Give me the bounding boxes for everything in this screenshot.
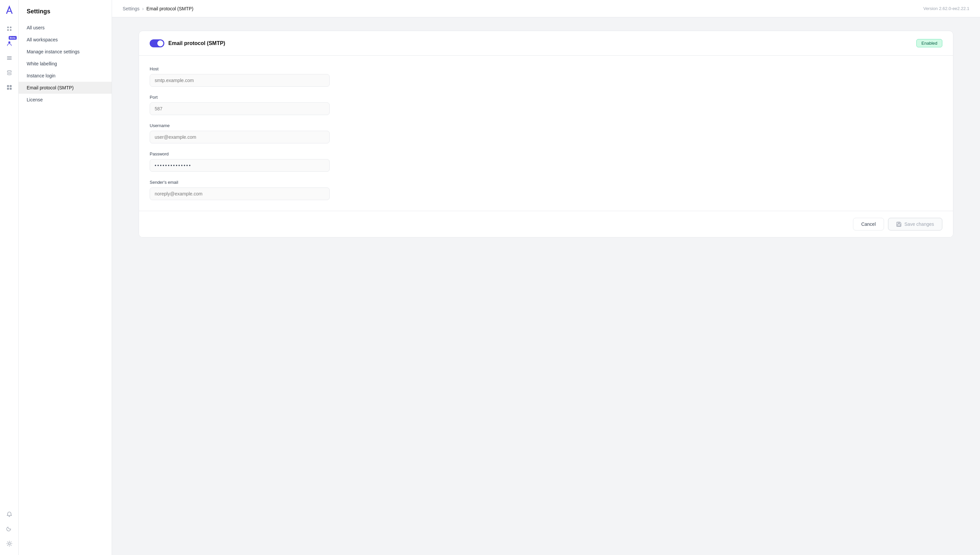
svg-rect-9	[7, 85, 9, 87]
svg-rect-15	[897, 224, 901, 226]
senders-email-label: Sender's email	[150, 180, 942, 185]
enabled-badge: Enabled	[916, 39, 942, 47]
bottom-icons	[3, 508, 15, 550]
svg-point-4	[8, 41, 10, 43]
breadcrumb-current: Email protocol (SMTP)	[146, 6, 193, 11]
svg-point-3	[10, 29, 11, 31]
nav-title: Settings	[19, 8, 112, 22]
senders-email-input[interactable]	[150, 188, 330, 200]
password-label: Password	[150, 151, 942, 156]
smtp-card: Email protocol (SMTP) Enabled Host Port …	[139, 30, 953, 237]
page-body: Email protocol (SMTP) Enabled Host Port …	[112, 18, 980, 555]
beta-badge: Beta	[9, 36, 16, 40]
main-content: Settings › Email protocol (SMTP) Version…	[112, 0, 980, 555]
users-nav-icon[interactable]: Beta	[3, 37, 15, 50]
svg-point-0	[7, 27, 9, 28]
port-input[interactable]	[150, 103, 330, 115]
app-logo	[4, 5, 15, 16]
host-group: Host	[150, 66, 942, 87]
moon-nav-icon[interactable]	[3, 523, 15, 535]
sidebar-item-email-protocol[interactable]: Email protocol (SMTP)	[19, 82, 112, 94]
host-label: Host	[150, 66, 942, 71]
card-header: Email protocol (SMTP) Enabled	[139, 31, 953, 56]
sidebar-item-white-labelling[interactable]: White labelling	[19, 58, 112, 70]
username-group: Username	[150, 123, 942, 143]
svg-rect-11	[7, 88, 9, 90]
svg-point-2	[7, 29, 9, 31]
card-footer: Cancel Save changes	[139, 211, 953, 237]
save-icon	[896, 221, 902, 227]
svg-rect-14	[898, 222, 900, 223]
gear-nav-icon[interactable]	[3, 537, 15, 550]
top-bar: Settings › Email protocol (SMTP) Version…	[112, 0, 980, 18]
username-label: Username	[150, 123, 942, 128]
password-group: Password	[150, 151, 942, 172]
svg-rect-12	[10, 88, 12, 90]
sidebar-item-all-users[interactable]: All users	[19, 22, 112, 34]
sidebar-item-instance-login[interactable]: Instance login	[19, 70, 112, 82]
breadcrumb-root[interactable]: Settings	[123, 6, 140, 11]
cancel-button[interactable]: Cancel	[853, 218, 884, 231]
puzzle-nav-icon[interactable]	[3, 82, 15, 93]
svg-rect-10	[10, 85, 12, 87]
breadcrumb: Settings › Email protocol (SMTP)	[123, 6, 193, 11]
card-form: Host Port Username Password Sender's ema	[139, 56, 953, 211]
stack-nav-icon[interactable]	[3, 67, 15, 79]
port-group: Port	[150, 95, 942, 115]
svg-rect-7	[7, 59, 12, 60]
password-input[interactable]	[150, 159, 330, 172]
sidebar-item-license[interactable]: License	[19, 94, 112, 106]
bell-nav-icon[interactable]	[3, 508, 15, 520]
version-label: Version 2.62.0-ee2.22.1	[923, 6, 969, 11]
save-changes-button[interactable]: Save changes	[888, 218, 942, 231]
icon-sidebar: Beta	[0, 0, 19, 555]
username-input[interactable]	[150, 131, 330, 143]
svg-point-13	[8, 543, 10, 545]
svg-point-1	[10, 27, 11, 28]
svg-point-8	[7, 71, 11, 72]
list-nav-icon[interactable]	[3, 52, 15, 64]
senders-email-group: Sender's email	[150, 180, 942, 200]
sidebar-item-manage-instance[interactable]: Manage instance settings	[19, 46, 112, 58]
svg-rect-6	[7, 58, 12, 58]
smtp-toggle[interactable]	[150, 39, 164, 47]
svg-rect-5	[7, 56, 12, 57]
grid-nav-icon[interactable]	[3, 23, 15, 35]
card-header-left: Email protocol (SMTP)	[150, 39, 225, 47]
card-title: Email protocol (SMTP)	[168, 40, 225, 47]
breadcrumb-separator: ›	[142, 6, 144, 11]
left-nav: Settings All users All workspaces Manage…	[19, 0, 112, 555]
host-input[interactable]	[150, 74, 330, 87]
sidebar-item-all-workspaces[interactable]: All workspaces	[19, 34, 112, 46]
port-label: Port	[150, 95, 942, 100]
